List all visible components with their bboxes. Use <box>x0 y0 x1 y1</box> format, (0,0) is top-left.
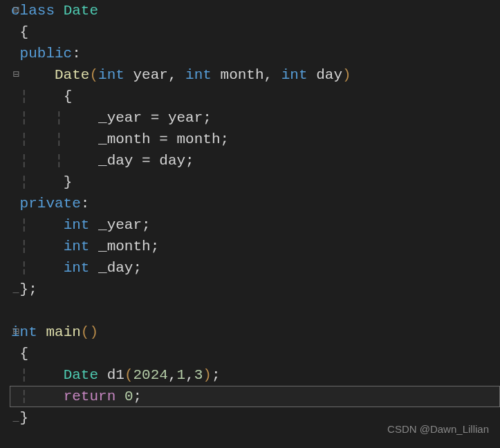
semi: ; <box>133 260 142 276</box>
eq: = <box>151 110 160 126</box>
lparen: ( <box>89 67 98 83</box>
brace: { <box>11 24 28 40</box>
fold-icon[interactable]: ⊟ <box>11 64 21 86</box>
underscore-icon: _ <box>11 279 21 300</box>
keyword-int: int <box>281 67 308 83</box>
code-line[interactable]: ¦ int _month; <box>11 236 500 257</box>
colon: : <box>81 196 90 212</box>
class-name: Date <box>64 3 98 19</box>
blank-line[interactable] <box>11 300 500 321</box>
brace: } <box>28 174 72 190</box>
semi: ; <box>151 239 160 254</box>
lparen: ( <box>124 367 133 383</box>
code-line[interactable]: ¦ Date d1(2024,1,3); <box>11 364 500 386</box>
code-line[interactable]: ¦ ¦ _month = month; <box>11 129 500 150</box>
param-year: year <box>133 67 167 83</box>
code-line[interactable]: ¦ return 0; <box>11 386 500 407</box>
code-line[interactable]: { <box>11 343 500 364</box>
code-line[interactable]: ¦ int _year; <box>11 214 500 236</box>
semi: ; <box>28 281 37 297</box>
code-line[interactable]: public: <box>11 43 500 64</box>
keyword-int: int <box>185 67 212 83</box>
constructor-name: Date <box>55 67 89 83</box>
day-rhs: day <box>159 153 185 169</box>
lparen: ( <box>81 324 90 340</box>
code-line[interactable]: ¦ { <box>11 86 500 107</box>
underscore-icon: _ <box>11 407 21 429</box>
code-line[interactable]: { <box>11 21 500 43</box>
member-month: _month <box>98 131 151 147</box>
brace: { <box>11 346 28 362</box>
comma: , <box>168 367 177 383</box>
keyword-int: int <box>64 217 90 233</box>
brace: { <box>28 88 72 104</box>
semi: ; <box>212 367 221 383</box>
semi: ; <box>203 110 212 126</box>
num-1: 1 <box>177 367 186 383</box>
code-line[interactable]: ⊟class Date <box>11 0 500 21</box>
colon: : <box>72 46 81 62</box>
code-line[interactable]: ¦ } <box>11 171 500 193</box>
field-year: _year <box>98 217 142 233</box>
code-line[interactable]: ⊟ Date(int year, int month, int day) <box>11 64 500 86</box>
num-zero: 0 <box>124 389 133 404</box>
code-line[interactable]: ¦ ¦ _day = day; <box>11 150 500 171</box>
code-line[interactable]: ¦ ¦ _year = year; <box>11 107 500 129</box>
member-day: _day <box>98 153 133 169</box>
keyword-private: private <box>20 196 81 212</box>
fold-icon[interactable]: ⊟ <box>11 321 21 343</box>
semi: ; <box>185 153 194 169</box>
code-line[interactable]: _ }; <box>11 279 500 300</box>
main-name: main <box>46 324 80 340</box>
code-line[interactable]: ¦ int _day; <box>11 257 500 279</box>
code-line[interactable]: private: <box>11 193 500 214</box>
comma: , <box>168 67 177 83</box>
eq: = <box>159 131 168 147</box>
type-date: Date <box>64 367 98 383</box>
month-rhs: month <box>177 131 221 147</box>
semi: ; <box>221 131 230 147</box>
var-d1: d1 <box>107 367 124 383</box>
keyword-public: public <box>20 46 73 62</box>
keyword-return: return <box>64 389 116 404</box>
member-year: _year <box>98 110 142 126</box>
param-month: month <box>221 67 264 83</box>
watermark: CSDN @Dawn_Lillian <box>387 418 489 440</box>
rparen: ) <box>89 324 98 340</box>
keyword-int: int <box>64 260 90 276</box>
code-line[interactable]: ⊟int main() <box>11 321 500 343</box>
year-rhs: year <box>168 110 203 126</box>
keyword-int: int <box>98 67 124 83</box>
code-editor[interactable]: ⊟class Date { public: ⊟ Date(int year, i… <box>0 0 500 429</box>
rparen: ) <box>203 367 212 383</box>
eq: = <box>142 153 151 169</box>
num-3: 3 <box>194 367 203 383</box>
keyword-int: int <box>64 239 90 254</box>
semi: ; <box>133 389 142 404</box>
field-day: _day <box>98 260 133 276</box>
num-2024: 2024 <box>133 367 168 383</box>
comma: , <box>264 67 273 83</box>
semi: ; <box>142 217 151 233</box>
param-day: day <box>316 67 342 83</box>
fold-icon[interactable]: ⊟ <box>11 0 21 21</box>
comma: , <box>185 367 194 383</box>
field-month: _month <box>98 239 151 254</box>
rparen: ) <box>342 67 351 83</box>
